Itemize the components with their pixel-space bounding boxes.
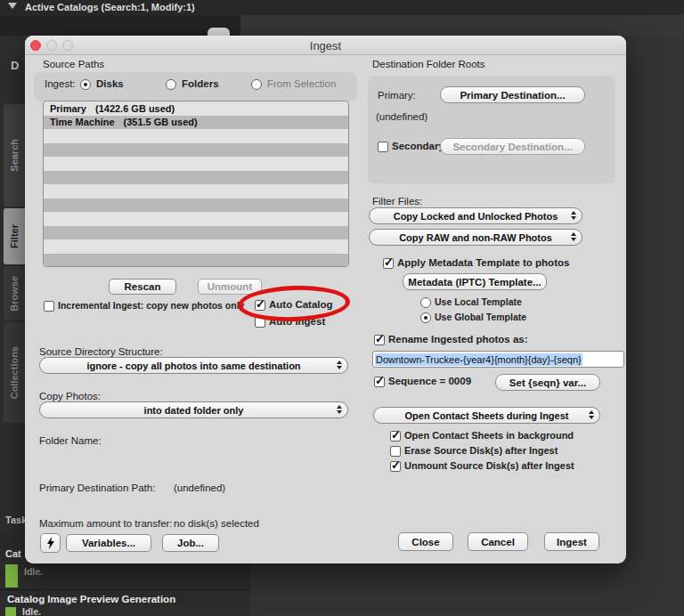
sequence-value: 0009 <box>448 376 471 386</box>
source-paths-heading: Source Paths <box>43 59 104 69</box>
dialog-titlebar[interactable]: Ingest <box>25 36 626 55</box>
sequence-label: Sequence = 0009 <box>388 376 471 386</box>
folder-name-label: Folder Name: <box>39 435 102 446</box>
apply-metadata-checkbox[interactable] <box>383 258 394 269</box>
empty-list-row <box>44 184 348 199</box>
disk-usage: (1422.6 GB used) <box>95 103 175 114</box>
ingest-button[interactable]: Ingest <box>544 532 599 551</box>
source-dir-structure-dropdown[interactable]: ignore - copy all photos into same desti… <box>39 357 348 374</box>
radio-global-template-label: Use Global Template <box>435 312 526 322</box>
sidebar-tab-browse[interactable]: Browse <box>4 266 25 320</box>
erase-source-label: Erase Source Disk(s) after Ingest <box>404 445 558 456</box>
filter-raw-dropdown[interactable]: Copy RAW and non-RAW Photos <box>369 229 582 246</box>
contact-sheets-dropdown[interactable]: Open Contact Sheets during Ingest <box>373 407 600 424</box>
close-button[interactable]: Close <box>398 532 453 551</box>
empty-list-row <box>44 171 348 185</box>
task2-status: Idle. <box>22 606 41 616</box>
disk-name: Time Machine <box>50 117 115 127</box>
disk-list-row[interactable]: Primary (1422.6 GB used) <box>44 101 348 116</box>
unmount-button[interactable]: Unmount <box>198 279 262 295</box>
sidebar-tab-collections[interactable]: Collections <box>4 322 25 423</box>
sidebar-tab-filter[interactable]: Filter <box>4 208 25 264</box>
dialog-title: Ingest <box>25 39 626 53</box>
empty-list-row <box>44 129 348 143</box>
empty-list-row <box>44 254 348 268</box>
secondary-destination-button[interactable]: Secondary Destination... <box>440 138 585 155</box>
disclosure-triangle-icon[interactable] <box>8 3 17 9</box>
radio-folders[interactable] <box>166 79 176 90</box>
disk-usage: (351.5 GB used) <box>124 117 198 127</box>
up-down-arrows-icon <box>337 361 342 369</box>
auto-catalog-label: Auto Catalog <box>269 299 333 310</box>
source-dir-structure-label: Source Directory Structure: <box>39 346 163 357</box>
radio-disks[interactable] <box>80 79 91 90</box>
source-disk-list[interactable]: Primary (1422.6 GB used) Time Machine (3… <box>43 101 349 267</box>
radio-folders-label: Folders <box>182 78 219 89</box>
job-button[interactable]: Job... <box>162 534 219 552</box>
task2-progress-indicator <box>5 607 16 616</box>
catalog-task-title: Cat <box>5 548 21 559</box>
set-seqn-button[interactable]: Set {seqn} var... <box>495 374 600 391</box>
empty-list-row <box>44 226 348 240</box>
rescan-button[interactable]: Rescan <box>109 279 176 295</box>
apply-metadata-label: Apply Metadata Template to photos <box>397 257 569 268</box>
auto-ingest-checkbox[interactable] <box>255 317 265 328</box>
background-panel-right <box>240 15 684 36</box>
radio-from-selection-label: From Selection <box>267 78 336 89</box>
incremental-ingest-checkbox[interactable] <box>44 301 54 312</box>
radio-from-selection[interactable] <box>251 79 262 90</box>
background-panel-left <box>0 15 240 36</box>
empty-list-row <box>44 143 348 158</box>
disk-list-row[interactable]: Time Machine (351.5 GB used) <box>44 116 348 130</box>
secondary-checkbox[interactable] <box>378 142 388 152</box>
rename-pattern-value: Downtown-Truckee-{year4}{month}{day}-{se… <box>375 353 582 366</box>
empty-list-row <box>44 199 348 213</box>
ingest-mode-label: Ingest: <box>45 78 76 89</box>
up-down-arrows-icon <box>571 232 576 241</box>
empty-list-row <box>44 239 348 254</box>
primary-destination-path-label: Primary Destination Path: <box>39 482 155 493</box>
task1-status: Idle. <box>24 566 43 577</box>
rename-checkbox[interactable] <box>374 335 385 345</box>
lightning-bolt-icon <box>46 537 55 549</box>
primary-root-label: Primary: <box>378 90 416 101</box>
contact-sheets-background-checkbox[interactable] <box>390 431 401 442</box>
task-panel-label: Task <box>5 515 27 525</box>
radio-local-template-label: Use Local Template <box>435 296 522 307</box>
empty-list-row <box>44 157 348 171</box>
lightning-button[interactable] <box>40 533 61 553</box>
contact-sheets-background-label: Open Contact Sheets in background <box>404 430 574 441</box>
variables-button[interactable]: Variables... <box>66 534 151 552</box>
copy-photos-label: Copy Photos: <box>39 391 101 401</box>
up-down-arrows-icon <box>589 410 594 419</box>
up-down-arrows-icon <box>337 405 342 414</box>
ingest-dialog: Ingest Source Paths Ingest: Disks Folder… <box>25 36 626 563</box>
radio-local-template[interactable] <box>420 297 431 308</box>
sequence-checkbox[interactable] <box>374 377 385 387</box>
active-catalogs-header[interactable]: Active Catalogs (Search:1, Modify:1) <box>0 0 684 15</box>
sidebar-tab-search[interactable]: Search <box>4 104 25 207</box>
app-screen: Active Catalogs (Search:1, Modify:1) D S… <box>0 0 684 616</box>
empty-list-row <box>44 212 348 226</box>
copy-photos-dropdown[interactable]: into dated folder only <box>39 401 348 418</box>
incremental-ingest-label: Incremental Ingest: copy new photos only <box>58 300 244 311</box>
filter-locked-dropdown[interactable]: Copy Locked and Unlocked Photos <box>369 207 582 224</box>
cancel-button[interactable]: Cancel <box>468 532 528 551</box>
radio-global-template[interactable] <box>420 312 431 323</box>
unmount-source-label: Unmount Source Disk(s) after Ingest <box>404 460 574 471</box>
active-catalogs-title: Active Catalogs (Search:1, Modify:1) <box>25 2 195 12</box>
unmount-source-checkbox[interactable] <box>390 461 401 472</box>
filter-files-label: Filter Files: <box>372 196 422 207</box>
max-transfer-value: no disk(s) selected <box>174 518 259 529</box>
task1-progress-indicator <box>5 564 18 588</box>
metadata-template-button[interactable]: Metadata (IPTC) Template... <box>403 273 547 290</box>
task-divider <box>0 589 250 590</box>
radio-disks-label: Disks <box>96 78 124 89</box>
auto-ingest-label: Auto Ingest <box>269 316 325 327</box>
sidebar-text-fragment: D <box>11 59 19 72</box>
erase-source-checkbox[interactable] <box>390 446 401 457</box>
auto-catalog-checkbox[interactable] <box>255 300 265 311</box>
rename-label: Rename Ingested photos as: <box>388 334 528 344</box>
primary-destination-button[interactable]: Primary Destination... <box>440 86 585 103</box>
rename-pattern-input[interactable]: Downtown-Truckee-{year4}{month}{day}-{se… <box>372 351 624 368</box>
